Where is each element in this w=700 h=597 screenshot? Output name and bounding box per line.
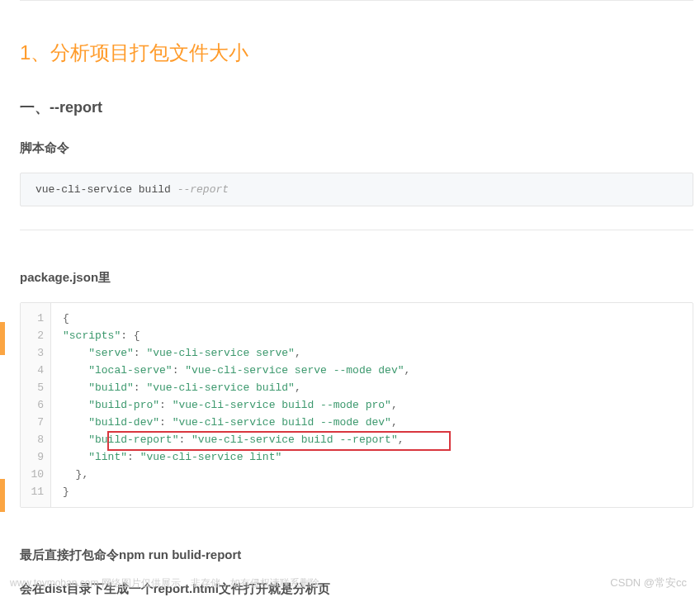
line-number: 5 (29, 379, 44, 396)
line-number: 8 (29, 431, 44, 448)
line-number-gutter: 1234567891011 (21, 303, 51, 507)
code-line: "build-dev": "vue-cli-service build --mo… (63, 414, 681, 431)
paragraph-heading: package.json里 (20, 270, 693, 286)
code-line: { (63, 310, 681, 327)
code-block: 1234567891011 {"scripts": { "serve": "vu… (20, 302, 693, 508)
line-number: 6 (29, 396, 44, 414)
code-line: "lint": "vue-cli-service lint" (63, 448, 681, 466)
code-line: "serve": "vue-cli-service serve", (63, 344, 681, 362)
line-number: 3 (29, 344, 44, 362)
code-line: "build-pro": "vue-cli-service build --mo… (63, 396, 681, 414)
code-body: {"scripts": { "serve": "vue-cli-service … (51, 303, 693, 507)
code-line: }, (63, 466, 681, 483)
code-line: "scripts": { (63, 327, 681, 344)
code-flag: --report (177, 183, 229, 196)
paragraph-heading: 脚本命令 (20, 140, 693, 156)
side-marker (0, 322, 5, 355)
section-heading: 1、分析项目打包文件大小 (20, 40, 693, 66)
line-number: 2 (29, 327, 44, 344)
line-number: 7 (29, 414, 44, 431)
watermark-left: www.toymoban.com 网络图片仅供展示，非存储，如有侵权请联系删除。 (10, 576, 329, 590)
watermark-right: CSDN @常安cc (610, 576, 687, 590)
line-number: 4 (29, 362, 44, 379)
code-text: vue-cli-service build (35, 183, 177, 196)
line-number: 11 (29, 483, 44, 500)
side-marker (0, 479, 5, 512)
inline-code-block: vue-cli-service build --report (20, 173, 693, 206)
article-content: 1、分析项目打包文件大小 一、--report 脚本命令 vue-cli-ser… (20, 0, 693, 597)
code-line: } (63, 483, 681, 500)
line-number: 1 (29, 310, 44, 327)
line-number: 10 (29, 466, 44, 483)
subsection-heading: 一、--report (20, 97, 693, 117)
code-line: "local-serve": "vue-cli-service serve --… (63, 362, 681, 379)
paragraph: 最后直接打包命令npm run bulid-report (20, 547, 693, 563)
code-line: "build-report": "vue-cli-service build -… (63, 431, 681, 448)
code-line: "build": "vue-cli-service build", (63, 379, 681, 396)
divider (20, 230, 693, 230)
line-number: 9 (29, 448, 44, 466)
